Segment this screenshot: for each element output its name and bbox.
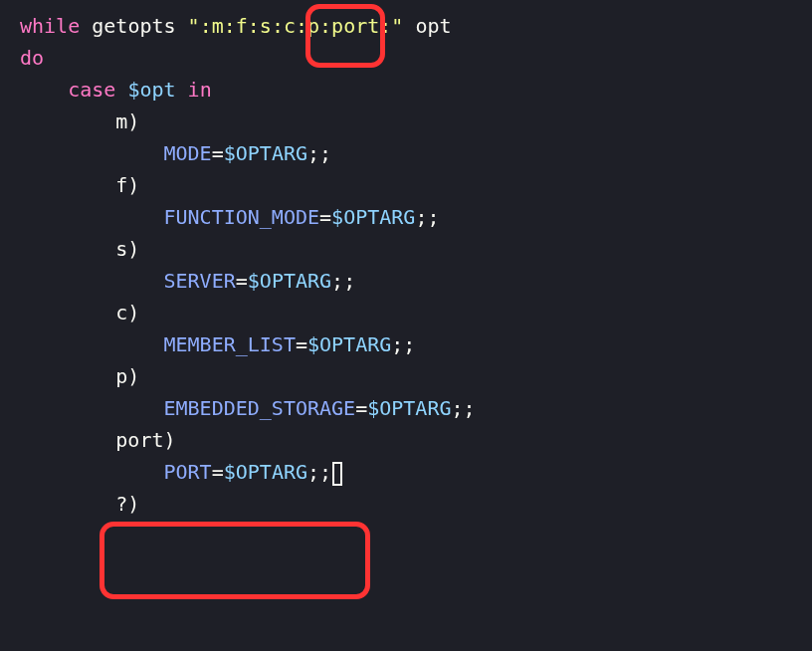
keyword-while: while	[20, 14, 80, 38]
code-line-m: m)	[20, 106, 792, 137]
var-func: FUNCTION_MODE	[164, 205, 320, 229]
token-optstring: ":m:f:s:c:p:port:"	[188, 14, 404, 38]
text-cursor	[332, 462, 342, 486]
keyword-case: case	[68, 78, 115, 102]
case-s: s)	[115, 237, 139, 261]
token-opt: opt	[415, 14, 451, 38]
var-member: MEMBER_LIST	[164, 332, 296, 356]
code-line-mode: MODE=$OPTARG;;	[20, 137, 792, 169]
var-port: PORT	[164, 460, 212, 484]
code-line-server: SERVER=$OPTARG;;	[20, 265, 792, 297]
case-f: f)	[115, 173, 139, 197]
code-line-p: p)	[20, 360, 792, 392]
var-embedded: EMBEDDED_STORAGE	[164, 396, 356, 420]
var-optarg: $OPTARG	[248, 269, 331, 293]
keyword-do: do	[20, 46, 44, 70]
code-line-s: s)	[20, 233, 792, 265]
code-line-port: port)	[20, 424, 792, 456]
keyword-in: in	[188, 78, 212, 102]
var-optarg: $OPTARG	[224, 460, 307, 484]
case-m: m)	[115, 109, 139, 133]
code-line-member: MEMBER_LIST=$OPTARG;;	[20, 328, 792, 360]
var-mode: MODE	[164, 141, 212, 165]
code-line-case: case $opt in	[20, 74, 792, 106]
var-server: SERVER	[164, 269, 236, 293]
code-line-func: FUNCTION_MODE=$OPTARG;;	[20, 201, 792, 233]
var-optarg: $OPTARG	[224, 141, 307, 165]
code-line-while: while getopts ":m:f:s:c:p:port:" opt	[20, 10, 792, 42]
case-c: c)	[115, 301, 139, 325]
var-optarg: $OPTARG	[367, 396, 451, 420]
code-line-do: do	[20, 42, 792, 74]
annotation-box-portcase	[100, 522, 370, 599]
code-line-q: ?)	[20, 488, 792, 520]
case-question: ?)	[115, 492, 139, 516]
case-p: p)	[115, 364, 139, 388]
code-line-portvar: PORT=$OPTARG;;	[20, 456, 792, 488]
code-line-c: c)	[20, 297, 792, 328]
code-line-f: f)	[20, 169, 792, 201]
var-optarg: $OPTARG	[307, 332, 391, 356]
token-casevar: $opt	[127, 78, 175, 102]
case-port: port)	[115, 428, 175, 452]
token-getopts: getopts	[92, 14, 175, 38]
code-line-embedded: EMBEDDED_STORAGE=$OPTARG;;	[20, 392, 792, 424]
var-optarg: $OPTARG	[331, 205, 415, 229]
